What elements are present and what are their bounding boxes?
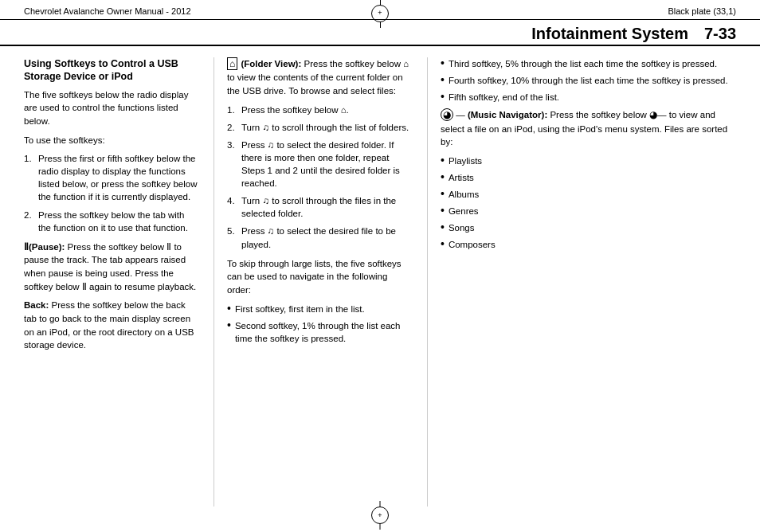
footer-circle: + — [371, 507, 389, 524]
col3-music-nav: ◕ — (Music Navigator): Press the softkey… — [441, 108, 736, 149]
header: Chevrolet Avalanche Owner Manual - 2012 … — [0, 0, 760, 20]
col1-to-use: To use the softkeys: — [24, 134, 199, 147]
section-page: 7-33 — [704, 25, 736, 43]
list-item: • Third softkey, 5% through the list eac… — [441, 57, 736, 70]
list-item: 1. Press the softkey below ⌂. — [227, 104, 413, 116]
column-2: ⌂ (Folder View): Press the softkey below… — [214, 57, 413, 507]
col2-skip-intro: To skip through large lists, the five so… — [227, 257, 413, 297]
list-item: 2. Press the softkey below the tab with … — [24, 209, 199, 234]
folder-icon: ⌂ — [227, 57, 237, 70]
column-3: • Third softkey, 5% through the list eac… — [427, 57, 736, 507]
page: Chevrolet Avalanche Owner Manual - 2012 … — [0, 0, 760, 532]
list-item: • Albums — [441, 188, 736, 201]
col2-folder-intro: ⌂ (Folder View): Press the softkey below… — [227, 57, 413, 98]
back-text: Press the softkey below the back tab to … — [24, 300, 194, 350]
footer-marker: + — [371, 507, 389, 524]
registration-mark: + — [371, 5, 389, 22]
main-content: Using Softkeys to Control a USB Storage … — [0, 46, 760, 514]
col1-back: Back: Press the softkey below the back t… — [24, 299, 199, 352]
col1-steps: 1. Press the first or fifth softkey belo… — [24, 152, 199, 234]
list-item: • Composers — [441, 238, 736, 251]
back-label: Back: — [24, 300, 49, 310]
list-item: • Fourth softkey, 10% through the list e… — [441, 74, 736, 87]
header-right: Black plate (33,1) — [668, 6, 736, 16]
list-item: • Fifth softkey, end of the list. — [441, 91, 736, 104]
list-item: 3. Press ♫ to select the desired folder.… — [227, 139, 413, 190]
pause-label: Ⅱ(Pause): — [24, 242, 65, 252]
list-item: • First softkey, first item in the list. — [227, 303, 413, 315]
col2-skip-list: • First softkey, first item in the list.… — [227, 303, 413, 345]
list-item: 5. Press ♫ to select the desired file to… — [227, 225, 413, 250]
folder-label: (Folder View): — [241, 59, 301, 68]
list-item: 4. Turn ♫ to scroll through the files in… — [227, 194, 413, 220]
col3-bullets: • Third softkey, 5% through the list eac… — [441, 57, 736, 104]
section-title: Infotainment System — [531, 25, 688, 43]
col3-sort-list: • Playlists • Artists • Albums • Genres … — [441, 155, 736, 252]
list-item: • Genres — [441, 205, 736, 217]
music-nav-icon: ◕ — [441, 108, 453, 121]
list-item: • Playlists — [441, 155, 736, 167]
column-1: Using Softkeys to Control a USB Storage … — [24, 57, 199, 507]
list-item: 2. Turn ♫ to scroll through the list of … — [227, 121, 413, 134]
col1-heading: Using Softkeys to Control a USB Storage … — [24, 57, 199, 84]
col2-steps: 1. Press the softkey below ⌂. 2. Turn ♫ … — [227, 104, 413, 251]
music-nav-label: (Music Navigator): — [468, 110, 547, 119]
col1-intro: The five softkeys below the radio displa… — [24, 88, 199, 128]
list-item: • Songs — [441, 221, 736, 234]
list-item: • Second softkey, 1% through the list ea… — [227, 319, 413, 345]
header-left: Chevrolet Avalanche Owner Manual - 2012 — [24, 6, 191, 16]
header-center-marker: + — [371, 5, 389, 22]
col1-pause: Ⅱ(Pause): Press the softkey below Ⅱ to p… — [24, 241, 199, 294]
list-item: 1. Press the first or fifth softkey belo… — [24, 152, 199, 203]
list-item: • Artists — [441, 171, 736, 184]
